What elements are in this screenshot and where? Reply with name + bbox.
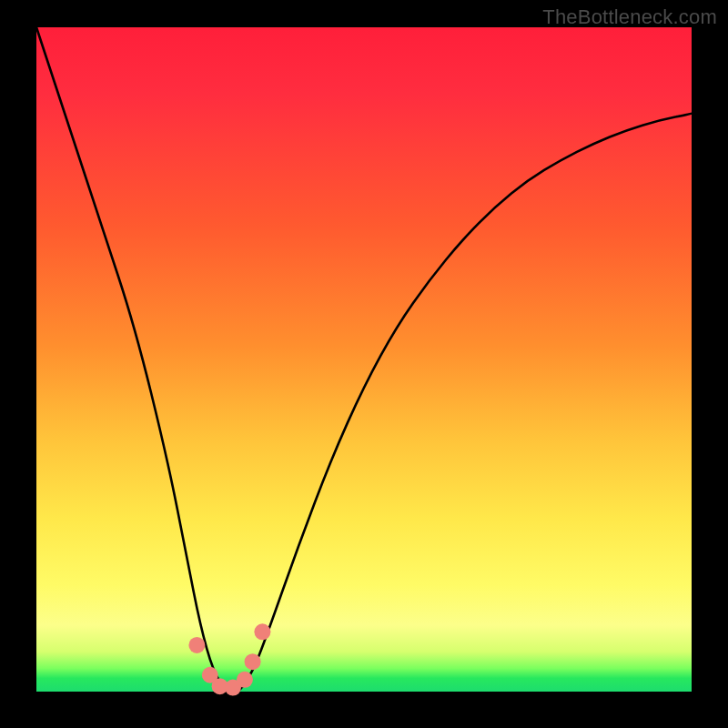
marker-dot bbox=[245, 653, 261, 670]
main-curve bbox=[36, 27, 692, 692]
marker-dot bbox=[237, 672, 253, 688]
attribution-text: TheBottleneck.com bbox=[542, 5, 717, 29]
marker-dot bbox=[254, 623, 270, 640]
plot-area bbox=[36, 27, 692, 692]
highlight-markers bbox=[188, 623, 270, 695]
curve-group bbox=[36, 27, 692, 692]
marker-dot bbox=[188, 637, 205, 653]
chart-svg bbox=[36, 27, 692, 692]
chart-frame: TheBottleneck.com bbox=[0, 0, 728, 728]
